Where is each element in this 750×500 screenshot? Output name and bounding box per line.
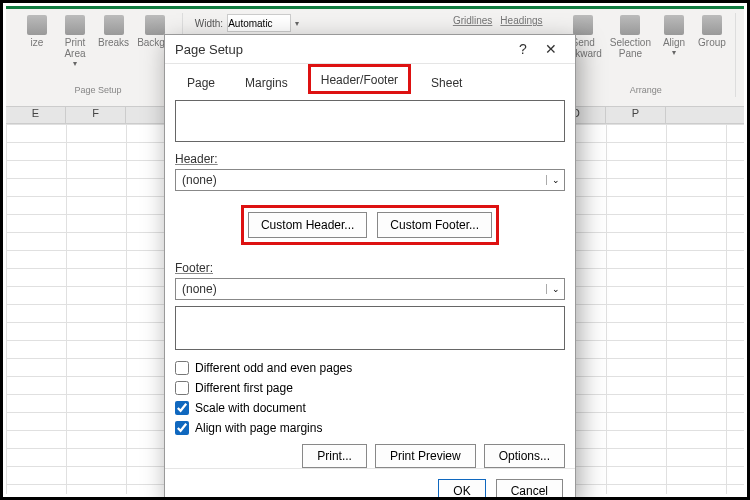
footer-label: Footer: — [175, 261, 565, 275]
chevron-down-icon[interactable]: ⌄ — [546, 284, 564, 294]
header-preview — [175, 100, 565, 142]
print-button[interactable]: Print... — [302, 444, 367, 468]
chevron-down-icon[interactable]: ⌄ — [546, 175, 564, 185]
tab-header-footer[interactable]: Header/Footer — [311, 67, 408, 91]
dialog-title: Page Setup — [175, 42, 509, 57]
close-button[interactable]: ✕ — [537, 35, 565, 63]
dialog-titlebar: Page Setup ? ✕ — [165, 35, 575, 64]
scale-doc-checkbox[interactable]: Scale with document — [175, 401, 565, 415]
dialog-backdrop: Page Setup ? ✕ Page Margins Header/Foote… — [6, 6, 744, 494]
cancel-button[interactable]: Cancel — [496, 479, 563, 500]
dialog-tabs: Page Margins Header/Footer Sheet — [165, 64, 575, 94]
highlight-custom-buttons: Custom Header... Custom Footer... — [241, 205, 499, 245]
header-label: Header: — [175, 152, 565, 166]
help-button[interactable]: ? — [509, 35, 537, 63]
footer-preview — [175, 306, 565, 350]
dialog-footer: OK Cancel — [165, 468, 575, 500]
header-value: (none) — [176, 173, 546, 187]
tab-page[interactable]: Page — [177, 70, 225, 94]
ok-button[interactable]: OK — [438, 479, 485, 500]
footer-value: (none) — [176, 282, 546, 296]
diff-odd-even-checkbox[interactable]: Different odd and even pages — [175, 361, 565, 375]
custom-footer-button[interactable]: Custom Footer... — [377, 212, 492, 238]
tab-margins[interactable]: Margins — [235, 70, 298, 94]
align-margins-checkbox[interactable]: Align with page margins — [175, 421, 565, 435]
options-button[interactable]: Options... — [484, 444, 565, 468]
page-setup-dialog: Page Setup ? ✕ Page Margins Header/Foote… — [164, 34, 576, 499]
print-preview-button[interactable]: Print Preview — [375, 444, 476, 468]
header-combo[interactable]: (none) ⌄ — [175, 169, 565, 191]
custom-header-button[interactable]: Custom Header... — [248, 212, 367, 238]
excel-window: ize Print Area▾ Breaks Backgro Page Setu… — [6, 6, 744, 494]
footer-combo[interactable]: (none) ⌄ — [175, 278, 565, 300]
highlight-header-footer-tab: Header/Footer — [308, 64, 411, 94]
diff-first-checkbox[interactable]: Different first page — [175, 381, 565, 395]
dialog-content: Header: (none) ⌄ Custom Header... Custom… — [165, 94, 575, 468]
tab-sheet[interactable]: Sheet — [421, 70, 472, 94]
